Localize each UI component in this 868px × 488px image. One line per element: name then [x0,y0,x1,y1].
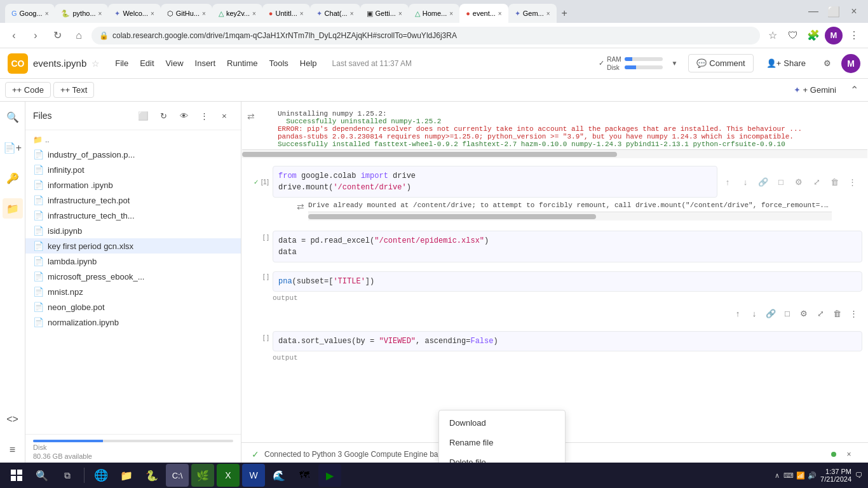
sidebar-refresh-button[interactable]: ↻ [154,107,172,125]
sidebar-text-button[interactable]: ≡ [3,440,23,460]
sidebar-folder-button[interactable]: 📁 [3,198,23,219]
tab-close-python[interactable]: × [98,10,102,17]
settings-cell-button[interactable]: ⚙ [791,174,806,189]
tab-close-home[interactable]: × [449,10,453,17]
tab-home[interactable]: △ Home... × [409,4,459,23]
tab-events[interactable]: ● event... × [459,4,508,23]
close-notification[interactable]: × [840,445,858,463]
forward-button[interactable]: › [27,27,44,44]
collapse-button[interactable]: ⌃ [845,81,863,99]
new-tab-button[interactable]: + [557,4,573,23]
delete-3[interactable]: 🗑 [829,306,844,321]
menu-view[interactable]: View [161,56,189,71]
add-code-button[interactable]: + + Code [5,82,51,98]
user-avatar[interactable]: M [841,54,860,73]
list-item[interactable]: 📄 normalization.ipynb [25,315,241,330]
taskbar-terminal[interactable]: C:\ [166,464,189,487]
shield-icon[interactable]: 🛡 [784,27,802,44]
sidebar-menu-button[interactable]: ⋮ [195,107,213,125]
windows-start-button[interactable] [5,464,28,487]
list-item[interactable]: 📄 infrastructure_tech_th... [25,208,241,223]
selected-file-item[interactable]: 📄 key first period gcn.xlsx [25,238,241,254]
menu-insert[interactable]: Insert [190,56,221,71]
taskbar-google-chrome2[interactable]: 🌿 [191,464,214,487]
context-menu-rename[interactable]: Rename file [439,433,565,452]
taskbar-expand-icon[interactable]: ∧ [775,471,780,479]
tab-gemini[interactable]: ✦ Gem... × [508,4,557,23]
move-down-3[interactable]: ↓ [747,306,762,321]
tab-close-gemini[interactable]: × [546,10,550,17]
code-scroll[interactable]: ⇄ Uninstalling numpy 1.25.2: Successfull… [241,102,868,442]
tab-close-chat[interactable]: × [350,10,354,17]
list-item[interactable]: 📄 infrastructure_tech.pot [25,193,241,208]
sidebar-close-button[interactable]: × [215,107,233,125]
sidebar-key-button[interactable]: 🔑 [3,168,23,188]
taskbar-maps[interactable]: 🗺 [293,464,316,487]
home-button[interactable]: ⌂ [70,27,88,44]
taskbar-word[interactable]: W [242,464,265,487]
refresh-button[interactable]: ↻ [48,27,66,44]
tab-google[interactable]: G Goog... × [5,4,55,23]
cell-code-2[interactable]: data = pd.read_excel("/content/epidemic.… [273,231,862,262]
taskbar-chrome[interactable]: 🌐 [90,464,112,487]
cell-code-1[interactable]: from google.colab import drive drive.mou… [273,166,717,198]
share-button[interactable]: 👤+ Share [759,55,813,72]
tab-key2v[interactable]: △ key2v... × [212,4,262,23]
sidebar-eye-off-button[interactable]: 👁 [175,107,193,125]
taskbar-taskview[interactable]: ⧉ [56,464,79,487]
more-cell-button[interactable]: ⋮ [844,174,860,189]
notification-icon[interactable]: 🗨 [855,471,863,480]
sidebar-upload-button[interactable]: 📄+ [3,137,23,158]
dropdown-button[interactable]: ▼ [665,55,683,72]
list-item[interactable]: 📄 information .ipynb [25,177,241,193]
h-scrollbar-1[interactable] [242,149,867,158]
settings-3[interactable]: ⚙ [796,306,811,321]
comment-3[interactable]: □ [780,306,795,321]
tab-close-key2v[interactable]: × [252,10,256,17]
gemini-button[interactable]: ✦ + Gemini [787,83,843,97]
tab-close-untitled[interactable]: × [300,10,304,17]
h-scrollbar-2[interactable] [308,212,832,220]
taskbar-python[interactable]: 🐍 [140,464,163,487]
context-menu-download[interactable]: Download [439,413,565,433]
taskbar-explorer[interactable]: 📁 [115,464,138,487]
tab-getting[interactable]: ▣ Getti... × [360,4,409,23]
list-item[interactable]: 📄 infinity.pot [25,162,241,177]
menu-edit[interactable]: Edit [135,56,159,71]
profile-avatar[interactable]: M [825,27,843,44]
menu-file[interactable]: File [110,56,133,71]
taskbar-search[interactable]: 🔍 [31,464,53,487]
tab-close-google[interactable]: × [45,10,49,17]
list-item[interactable]: 📄 neon_globe.pot [25,299,241,315]
expand-cell-button[interactable]: ⤢ [809,174,824,189]
add-text-button[interactable]: + + Text [53,82,94,98]
settings-icon[interactable]: ⚙ [818,55,836,72]
maximize-button[interactable]: ⬜ [825,3,843,20]
expand-3[interactable]: ⤢ [813,306,828,321]
list-item[interactable]: 📄 industry_of_passion.p... [25,147,241,162]
list-item[interactable]: 📄 microsoft_press_ebook_... [25,269,241,284]
comment-cell-button[interactable]: □ [773,174,789,189]
list-item[interactable]: 📄 isid.ipynb [25,223,241,238]
bookmark-button[interactable]: ☆ [764,27,782,44]
taskbar-media[interactable]: ▶ [318,464,341,487]
move-up-3[interactable]: ↑ [730,306,745,321]
cell-code-3[interactable]: pna(subset=['TITLE']) [273,271,862,292]
tab-python[interactable]: 🐍 pytho... × [55,4,108,23]
url-bar[interactable]: 🔒 colab.research.google.com/drive/1mqam-… [92,27,760,44]
move-down-button[interactable]: ↓ [738,174,753,189]
move-up-button[interactable]: ↑ [720,174,735,189]
menu-tools[interactable]: Tools [264,56,293,71]
expand-output-icon[interactable]: ⇄ [247,111,255,121]
tab-untitled[interactable]: ● Untitl... × [262,4,310,23]
list-item[interactable]: 📄 lambda.ipynb [25,254,241,269]
taskbar-excel[interactable]: X [217,464,240,487]
minimize-button[interactable]: — [804,3,822,20]
tab-close-welcome[interactable]: × [151,10,154,17]
tab-close-getting[interactable]: × [398,10,402,17]
taskbar-clock[interactable]: 1:37 PM 7/21/2024 [820,468,851,483]
tab-close-events[interactable]: × [498,10,502,17]
back-button[interactable]: ‹ [5,27,23,44]
more-3[interactable]: ⋮ [846,306,861,321]
tab-close-github[interactable]: × [202,10,206,17]
